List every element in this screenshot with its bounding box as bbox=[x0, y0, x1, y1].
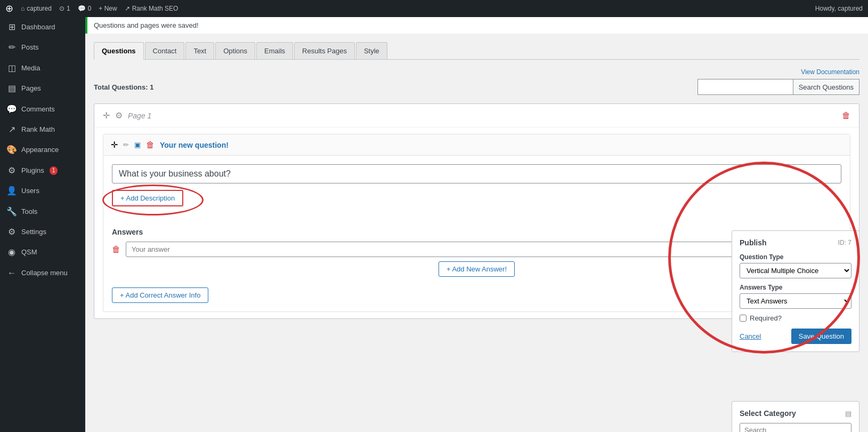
search-questions-input[interactable] bbox=[697, 79, 793, 95]
page-header: ✛ ⚙ Page 1 🗑 bbox=[94, 104, 859, 127]
publish-actions: Cancel Save Question bbox=[740, 329, 851, 344]
sidebar-label-media: Media bbox=[21, 63, 40, 73]
qsm-icon: ◉ bbox=[6, 246, 17, 258]
appearance-icon: 🎨 bbox=[6, 144, 17, 156]
tab-emails[interactable]: Emails bbox=[256, 42, 293, 59]
question-copy-icon[interactable]: ▣ bbox=[134, 141, 141, 149]
sidebar-label-users: Users bbox=[21, 186, 39, 196]
sidebar-item-collapse[interactable]: ← Collapse menu bbox=[0, 263, 85, 283]
dashboard-icon: ⊞ bbox=[6, 21, 17, 33]
sidebar-item-tools[interactable]: 🔧 Tools bbox=[0, 202, 85, 222]
tab-results-pages[interactable]: Results Pages bbox=[294, 42, 355, 59]
category-search-input[interactable] bbox=[740, 423, 851, 432]
collapse-icon: ← bbox=[6, 267, 17, 279]
sidebar-label-pages: Pages bbox=[21, 84, 41, 93]
required-label: Required? bbox=[750, 314, 782, 322]
answers-type-select[interactable]: Text Answers bbox=[740, 293, 851, 309]
tab-contact[interactable]: Contact bbox=[145, 42, 185, 59]
tools-icon: 🔧 bbox=[6, 206, 17, 218]
view-docs-link[interactable]: View Documentation bbox=[94, 68, 859, 76]
page-move-icon[interactable]: ✛ bbox=[103, 110, 110, 121]
media-icon: ◫ bbox=[6, 62, 17, 74]
publish-id: ID: 7 bbox=[838, 239, 851, 246]
admin-bar-comments[interactable]: 💬 0 bbox=[78, 5, 92, 12]
total-questions: Total Questions: 1 bbox=[94, 83, 153, 91]
tabs-wrapper: Questions Contact Text Options Emails Re… bbox=[85, 34, 868, 60]
posts-icon: ✏ bbox=[6, 42, 17, 53]
save-question-button[interactable]: Save Question bbox=[791, 329, 851, 344]
question-title: Your new question! bbox=[160, 141, 229, 149]
sidebar-label-qsm: QSM bbox=[21, 247, 37, 257]
question-text-input[interactable] bbox=[112, 164, 841, 183]
sidebar: ⊞ Dashboard ✏ Posts ◫ Media ▤ Pages 💬 Co… bbox=[0, 17, 85, 432]
sidebar-label-plugins: Plugins bbox=[21, 166, 44, 175]
main-content: Questions and pages were saved! Question… bbox=[85, 17, 868, 432]
search-area: Search Questions bbox=[697, 79, 859, 95]
sidebar-item-media[interactable]: ◫ Media bbox=[0, 58, 85, 78]
publish-panel: Publish ID: 7 Question Type Vertical Mul… bbox=[732, 230, 859, 352]
add-description-button[interactable]: + Add Description bbox=[112, 190, 183, 206]
search-questions-button[interactable]: Search Questions bbox=[793, 79, 859, 95]
notice-text: Questions and pages were saved! bbox=[94, 21, 199, 29]
content-area: View Documentation Total Questions: 1 Se… bbox=[85, 60, 868, 336]
admin-bar-updates[interactable]: ⊙ 1 bbox=[59, 5, 70, 12]
sidebar-item-dashboard[interactable]: ⊞ Dashboard bbox=[0, 17, 85, 37]
sidebar-label-comments: Comments bbox=[21, 105, 55, 114]
tab-options[interactable]: Options bbox=[215, 42, 255, 59]
add-correct-answer-info-button[interactable]: + Add Correct Answer Info bbox=[112, 287, 208, 303]
page-title: Page 1 bbox=[128, 111, 151, 120]
wp-logo-icon[interactable]: ⊕ bbox=[5, 3, 13, 14]
admin-bar: ⊕ ⌂ captured ⊙ 1 💬 0 + New ↗ Rank Math S… bbox=[0, 0, 868, 17]
admin-bar-rankmath[interactable]: ↗ Rank Math SEO bbox=[125, 5, 179, 12]
comments-icon: 💬 bbox=[78, 5, 86, 12]
tab-text[interactable]: Text bbox=[185, 42, 214, 59]
sidebar-label-appearance: Appearance bbox=[21, 145, 59, 155]
page-settings-icon[interactable]: ⚙ bbox=[115, 110, 123, 121]
sidebar-item-pages[interactable]: ▤ Pages bbox=[0, 78, 85, 99]
rankmath-icon: ↗ bbox=[125, 5, 130, 12]
settings-icon: ⚙ bbox=[6, 226, 17, 238]
question-edit-icon[interactable]: ✏ bbox=[123, 141, 129, 149]
tab-style[interactable]: Style bbox=[356, 42, 387, 59]
sidebar-item-comments[interactable]: 💬 Comments bbox=[0, 99, 85, 119]
sidebar-label-collapse: Collapse menu bbox=[21, 268, 68, 278]
question-type-select[interactable]: Vertical Multiple Choice bbox=[740, 263, 851, 278]
question-move-icon[interactable]: ✛ bbox=[111, 140, 118, 150]
sidebar-item-settings[interactable]: ⚙ Settings bbox=[0, 222, 85, 242]
sidebar-label-tools: Tools bbox=[21, 207, 37, 217]
admin-bar-new[interactable]: + New bbox=[99, 5, 117, 12]
toolbar-row: Total Questions: 1 Search Questions bbox=[94, 79, 859, 95]
pages-icon: ▤ bbox=[6, 83, 17, 94]
tab-questions[interactable]: Questions bbox=[94, 42, 144, 60]
sidebar-label-settings: Settings bbox=[21, 227, 46, 237]
category-header: Select Category ▤ bbox=[740, 409, 851, 418]
sidebar-item-plugins[interactable]: ⚙ Plugins 1 bbox=[0, 161, 85, 181]
plugins-badge: 1 bbox=[50, 166, 58, 175]
answer-delete-icon[interactable]: 🗑 bbox=[112, 245, 120, 254]
sidebar-item-users[interactable]: 👤 Users bbox=[0, 181, 85, 201]
sidebar-item-rankmath[interactable]: ↗ Rank Math bbox=[0, 119, 85, 140]
answer-input[interactable] bbox=[126, 242, 804, 257]
rankmath-nav-icon: ↗ bbox=[6, 124, 17, 135]
tabs: Questions Contact Text Options Emails Re… bbox=[94, 42, 859, 60]
required-row: Required? bbox=[740, 314, 851, 322]
page-delete-icon[interactable]: 🗑 bbox=[842, 111, 850, 121]
sidebar-item-appearance[interactable]: 🎨 Appearance bbox=[0, 140, 85, 160]
admin-bar-howdy: Howdy, captured bbox=[815, 5, 863, 12]
answers-type-label: Answers Type bbox=[740, 284, 851, 291]
sidebar-item-qsm[interactable]: ◉ QSM bbox=[0, 242, 85, 262]
required-checkbox[interactable] bbox=[740, 315, 747, 322]
question-delete-icon[interactable]: 🗑 bbox=[146, 140, 155, 150]
category-panel: Select Category ▤ + Add New Category bbox=[732, 401, 859, 432]
question-type-label: Question Type bbox=[740, 253, 851, 261]
category-title: Select Category bbox=[740, 409, 796, 418]
question-header: ✛ ✏ ▣ 🗑 Your new question! bbox=[103, 134, 850, 156]
sidebar-item-posts[interactable]: ✏ Posts bbox=[0, 37, 85, 58]
add-new-answer-button[interactable]: + Add New Answer! bbox=[439, 261, 515, 277]
sidebar-label-dashboard: Dashboard bbox=[21, 22, 55, 32]
cancel-button[interactable]: Cancel bbox=[740, 332, 761, 340]
admin-bar-site[interactable]: ⌂ captured bbox=[21, 5, 52, 12]
sidebar-label-rankmath: Rank Math bbox=[21, 125, 55, 134]
site-icon: ⌂ bbox=[21, 5, 25, 12]
category-edit-icon[interactable]: ▤ bbox=[845, 410, 851, 418]
